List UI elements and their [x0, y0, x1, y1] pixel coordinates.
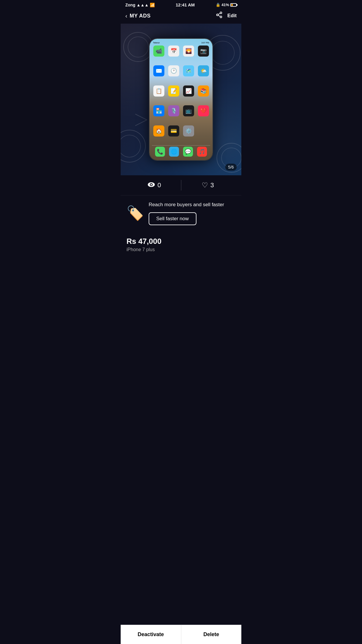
likes-count: 3 [210, 181, 214, 189]
status-bar: Zong ▲▲▲ 📶 12:41 AM 🔒 41% [121, 0, 241, 8]
nav-actions: Edit [216, 11, 237, 20]
status-right: 🔒 41% [216, 3, 237, 7]
product-image-container[interactable]: Telenor 3:07 PM 📹 📅 🌄 📷 ✉️ 🕐 🗺️ 🌤️ 📋 [121, 24, 241, 175]
svg-point-6 [128, 37, 148, 57]
views-count: 0 [157, 181, 161, 189]
promo-text: Reach more buyers and sell faster [149, 201, 236, 208]
svg-line-3 [218, 15, 220, 17]
lock-icon: 🔒 [216, 3, 220, 7]
edit-button[interactable]: Edit [227, 13, 237, 19]
views-stat: 0 [128, 181, 181, 189]
image-counter-badge: 5/6 [225, 164, 237, 171]
back-icon: ‹ [125, 13, 127, 19]
stats-row: 0 ♡ 3 [121, 175, 241, 195]
status-time: 12:41 AM [176, 2, 195, 7]
carrier-label: Zong [125, 3, 135, 7]
svg-point-8 [211, 41, 234, 64]
share-icon[interactable] [216, 11, 223, 20]
price-section: Rs 47,000 iPhone 7 plus [121, 231, 241, 255]
sell-faster-button[interactable]: Sell faster now [149, 212, 196, 225]
wifi-icon: 📶 [150, 3, 155, 7]
promo-content: Reach more buyers and sell faster Sell f… [149, 201, 236, 225]
likes-stat: ♡ 3 [181, 181, 235, 189]
product-image: Telenor 3:07 PM 📹 📅 🌄 📷 ✉️ 🕐 🗺️ 🌤️ 📋 [121, 24, 241, 175]
page-title: MY ADS [130, 13, 151, 19]
listing-title: iPhone 7 plus [126, 247, 236, 252]
promo-banner: 🏷️ Reach more buyers and sell faster Sel… [121, 195, 241, 231]
svg-point-10 [121, 135, 140, 157]
signal-icon: ▲▲▲ [136, 3, 149, 7]
back-button[interactable]: ‹ MY ADS [125, 13, 151, 19]
battery-percent: 41% [222, 3, 229, 7]
views-icon [147, 181, 155, 189]
listing-price: Rs 47,000 [126, 237, 236, 246]
svg-point-15 [151, 184, 152, 186]
battery-indicator [230, 3, 237, 7]
nav-bar: ‹ MY ADS Edit [121, 8, 241, 24]
promo-tag-icon: 🏷️ [126, 205, 144, 221]
svg-point-9 [121, 130, 145, 162]
likes-icon: ♡ [202, 181, 208, 189]
svg-line-4 [218, 13, 220, 15]
phone-device-image: Telenor 3:07 PM 📹 📅 🌄 📷 ✉️ 🕐 🗺️ 🌤️ 📋 [149, 38, 213, 161]
status-left: Zong ▲▲▲ 📶 [125, 3, 155, 7]
